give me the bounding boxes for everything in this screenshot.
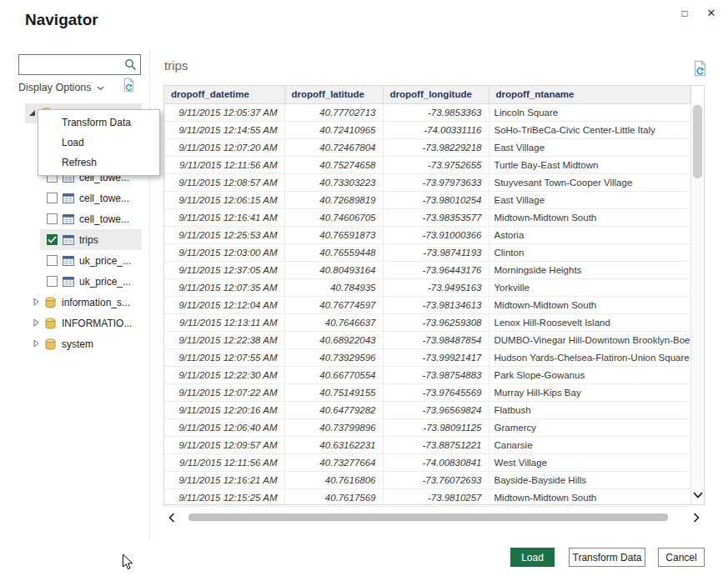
table-cell: -73.97973633 bbox=[383, 173, 489, 191]
table-cell: 40.784935 bbox=[284, 278, 383, 296]
table-cell: 9/11/2015 12:25:53 AM bbox=[164, 226, 284, 243]
table-cell: 40.63162231 bbox=[284, 436, 383, 453]
checkbox[interactable] bbox=[47, 276, 58, 287]
tree-item-system[interactable]: system bbox=[25, 333, 142, 354]
table-cell: 9/11/2015 12:07:20 AM bbox=[164, 138, 284, 156]
vertical-scrollbar[interactable] bbox=[690, 103, 704, 504]
table-cell: West Village bbox=[489, 453, 690, 471]
table-cell: -73.98353577 bbox=[383, 208, 489, 226]
tree-item-cell-towe[interactable]: cell_towe... bbox=[40, 208, 142, 229]
menu-item-refresh[interactable]: Refresh bbox=[38, 153, 159, 173]
table-row: 9/11/2015 12:14:55 AM40.72410965-74.0033… bbox=[164, 121, 690, 138]
display-options-dropdown[interactable]: Display Options bbox=[18, 80, 104, 95]
preview-table: dropoff_datetimedropoff_latitudedropoff_… bbox=[163, 85, 705, 505]
table-row: 9/11/2015 12:06:15 AM40.72689819-73.9801… bbox=[164, 191, 690, 208]
menu-item-load[interactable]: Load bbox=[38, 133, 159, 153]
tree-item-uk-price[interactable]: uk_price_... bbox=[40, 271, 142, 292]
table-cell: 9/11/2015 12:37:05 AM bbox=[164, 261, 284, 278]
checkbox[interactable] bbox=[47, 193, 58, 203]
checkbox[interactable] bbox=[47, 255, 58, 266]
transform-data-button[interactable]: Transform Data bbox=[569, 548, 645, 567]
vertical-scrollbar-thumb[interactable] bbox=[693, 105, 702, 178]
column-header-dropoff-ntaname: dropoff_ntaname bbox=[489, 86, 690, 103]
table-cell: Murray Hill-Kips Bay bbox=[489, 383, 690, 401]
table-cell: -73.98754883 bbox=[383, 366, 489, 383]
table-row: 9/11/2015 12:05:37 AM40.77702713-73.9853… bbox=[164, 103, 690, 121]
checkbox-checked[interactable] bbox=[47, 234, 58, 245]
maximize-icon[interactable]: □ bbox=[673, 3, 696, 23]
expand-chevron-icon[interactable] bbox=[33, 338, 39, 350]
tree-item-information-s[interactable]: information_s... bbox=[25, 292, 142, 313]
tree-item-label: information_s... bbox=[62, 297, 130, 308]
table-cell: 40.80493164 bbox=[284, 261, 383, 278]
tree-item-trips[interactable]: trips bbox=[40, 229, 142, 250]
table-cell: -73.98741193 bbox=[383, 243, 489, 261]
horizontal-scrollbar-thumb[interactable] bbox=[188, 513, 668, 521]
table-cell: -73.98487854 bbox=[383, 331, 489, 348]
table-row: 9/11/2015 12:07:35 AM40.784935-73.949516… bbox=[164, 278, 690, 296]
scroll-down-icon[interactable] bbox=[691, 487, 704, 502]
close-icon[interactable]: ✕ bbox=[700, 3, 723, 23]
cancel-button[interactable]: Cancel bbox=[658, 548, 705, 567]
table-cell: -73.9752655 bbox=[383, 156, 489, 173]
tree-table-list: cell_towe...cell_towe...cell_towe...trip… bbox=[25, 167, 142, 292]
table-cell: 9/11/2015 12:15:25 AM bbox=[164, 488, 284, 506]
table-cell: 40.7646637 bbox=[284, 313, 383, 331]
scroll-right-icon[interactable] bbox=[688, 513, 705, 523]
search-box[interactable] bbox=[18, 54, 141, 75]
tree-item-informatio[interactable]: INFORMATIO... bbox=[25, 313, 142, 333]
context-menu: Transform DataLoadRefresh bbox=[38, 109, 160, 176]
checkbox[interactable] bbox=[47, 213, 58, 224]
menu-item-transform-data[interactable]: Transform Data bbox=[38, 113, 159, 133]
table-row: 9/11/2015 12:16:41 AM40.74606705-73.9835… bbox=[164, 208, 690, 226]
table-cell: Midtown-Midtown South bbox=[489, 208, 690, 226]
table-cell: 40.7616806 bbox=[284, 471, 383, 488]
table-cell: 9/11/2015 12:16:41 AM bbox=[164, 208, 284, 226]
refresh-icon[interactable] bbox=[122, 78, 136, 96]
page-title: Navigator bbox=[25, 11, 98, 29]
table-cell: Bayside-Bayside Hills bbox=[489, 471, 690, 488]
table-cell: 9/11/2015 12:08:57 AM bbox=[164, 173, 284, 191]
refresh-preview-icon[interactable] bbox=[692, 60, 708, 80]
table-row: 9/11/2015 12:13:11 AM40.7646637-73.96259… bbox=[164, 313, 690, 331]
table-row: 9/11/2015 12:25:53 AM40.76591873-73.9100… bbox=[164, 226, 690, 243]
scroll-left-icon[interactable] bbox=[163, 513, 180, 523]
table-cell: Hudson Yards-Chelsea-Flatiron-Union Squa… bbox=[489, 348, 690, 366]
table-cell: Lincoln Square bbox=[489, 103, 690, 121]
collapse-triangle-icon[interactable] bbox=[28, 108, 36, 119]
table-cell: -73.96443176 bbox=[383, 261, 489, 278]
table-cell: -73.91000366 bbox=[383, 226, 489, 243]
table-cell: DUMBO-Vinegar Hill-Downtown Brooklyn-Boe… bbox=[489, 331, 690, 348]
expand-chevron-icon[interactable] bbox=[33, 297, 39, 308]
load-button[interactable]: Load bbox=[510, 548, 555, 567]
tree-item-uk-price[interactable]: uk_price_... bbox=[40, 250, 142, 271]
table-row: 9/11/2015 12:12:04 AM40.76774597-73.9813… bbox=[164, 296, 690, 313]
table-icon bbox=[63, 277, 74, 287]
table-cell: Lenox Hill-Roosevelt Island bbox=[489, 313, 690, 331]
table-cell: 40.76591873 bbox=[284, 226, 383, 243]
table-cell: 9/11/2015 12:05:37 AM bbox=[164, 103, 284, 121]
table-cell: 9/11/2015 12:11:56 AM bbox=[164, 156, 284, 173]
table-row: 9/11/2015 12:22:38 AM40.68922043-73.9848… bbox=[164, 331, 690, 348]
table-cell: 40.64779282 bbox=[284, 401, 383, 418]
table-cell: -73.98229218 bbox=[383, 138, 489, 156]
search-icon[interactable] bbox=[124, 58, 137, 74]
table-cell: 40.75149155 bbox=[284, 383, 383, 401]
tree-item-label: trips bbox=[79, 234, 98, 246]
horizontal-scrollbar[interactable] bbox=[163, 510, 705, 524]
horizontal-scrollbar-track[interactable] bbox=[180, 513, 688, 522]
expand-chevron-icon[interactable] bbox=[33, 318, 39, 329]
table-row: 9/11/2015 12:37:05 AM40.80493164-73.9644… bbox=[164, 261, 690, 278]
table-icon bbox=[63, 193, 74, 203]
table-row: 9/11/2015 12:09:57 AM40.63162231-73.8875… bbox=[164, 436, 690, 453]
search-input[interactable] bbox=[23, 56, 121, 73]
table-cell: -73.99921417 bbox=[383, 348, 489, 366]
column-header-dropoff-longitude: dropoff_longitude bbox=[383, 86, 489, 103]
table-cell: 40.73277664 bbox=[284, 453, 383, 471]
table-cell: Yorkville bbox=[489, 278, 690, 296]
table-cell: 9/11/2015 12:06:15 AM bbox=[164, 191, 284, 208]
table-row: 9/11/2015 12:07:22 AM40.75149155-73.9764… bbox=[164, 383, 690, 401]
table-cell: Midtown-Midtown South bbox=[489, 296, 690, 313]
tree-item-cell-towe[interactable]: cell_towe... bbox=[40, 188, 142, 208]
table-icon bbox=[63, 214, 74, 224]
